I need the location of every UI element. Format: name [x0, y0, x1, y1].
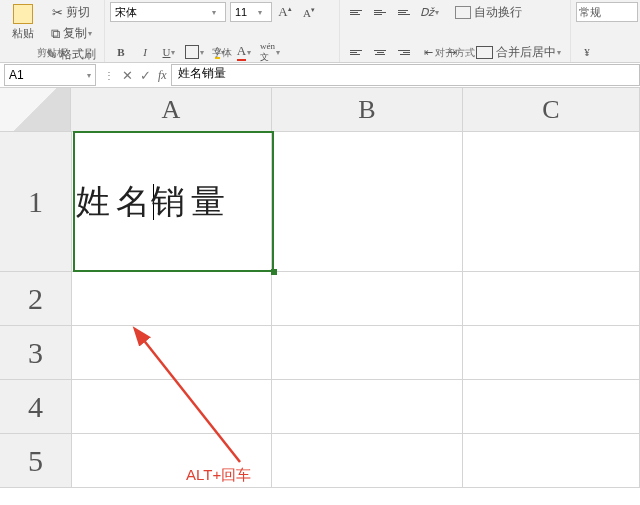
- chevron-down-icon: ▾: [435, 8, 439, 17]
- cell-A3[interactable]: [72, 326, 272, 380]
- cell-B2[interactable]: [272, 272, 463, 326]
- column-headers: A B C: [0, 88, 640, 132]
- cell-C4[interactable]: [463, 380, 640, 434]
- enter-button[interactable]: ✓: [136, 68, 154, 83]
- decrease-font-button[interactable]: A▾: [298, 2, 320, 22]
- check-icon: ✓: [140, 68, 151, 83]
- cell-C2[interactable]: [463, 272, 640, 326]
- decrease-font-icon: A▾: [303, 6, 315, 19]
- cell-A4[interactable]: [72, 380, 272, 434]
- group-font: ▾ ▾ A▴ A▾ B I U▾ ▾ ◊▾ A▾ wén文▾ 字体: [105, 0, 340, 62]
- orientation-button[interactable]: ǅ▾: [417, 2, 442, 22]
- formula-value: 姓名销量: [178, 66, 226, 80]
- align-bottom-button[interactable]: [393, 2, 415, 22]
- number-format-combo[interactable]: 常规: [576, 2, 638, 22]
- row-header-5[interactable]: 5: [0, 434, 72, 488]
- wrap-text-label: 自动换行: [474, 4, 522, 21]
- chevron-down-icon: ▾: [212, 8, 216, 17]
- column-header-A[interactable]: A: [71, 88, 272, 132]
- currency-button[interactable]: ¥: [576, 42, 598, 62]
- worksheet: A B C 1 姓名销量 2 3 4 5: [0, 88, 640, 505]
- separator-icon: ⋮: [100, 70, 118, 81]
- cut-button[interactable]: ✂ 剪切: [43, 2, 99, 22]
- group-align: ǅ▾ 自动换行 ⇤ ⇥ 合并后居中 ▾ 对齐方式: [340, 0, 571, 62]
- paste-label: 粘贴: [12, 26, 34, 41]
- row-header-4[interactable]: 4: [0, 380, 72, 434]
- cell-A1[interactable]: 姓名销量: [72, 132, 272, 272]
- paste-icon: [13, 4, 33, 24]
- name-box[interactable]: A1 ▾: [4, 64, 96, 86]
- increase-font-icon: A▴: [278, 4, 291, 20]
- group-clipboard: 粘贴 ✂ 剪切 ⧉ 复制 ▾ ✎ 格式刷 剪贴板: [0, 0, 105, 62]
- paste-button[interactable]: 粘贴: [5, 1, 41, 43]
- cell-C1[interactable]: [463, 132, 640, 272]
- column-header-C[interactable]: C: [463, 88, 640, 132]
- chevron-down-icon: ▾: [87, 71, 91, 80]
- currency-icon: ¥: [584, 46, 590, 58]
- align-top-icon: [350, 10, 362, 15]
- cell-B4[interactable]: [272, 380, 463, 434]
- cell-C5[interactable]: [463, 434, 640, 488]
- number-format-label: 常规: [579, 5, 635, 20]
- annotation-label: ALT+回车: [186, 466, 251, 485]
- cell-B1[interactable]: [272, 132, 463, 272]
- chevron-down-icon: ▾: [88, 29, 92, 38]
- wrap-text-button[interactable]: 自动换行: [452, 2, 525, 22]
- row-header-3[interactable]: 3: [0, 326, 72, 380]
- align-middle-button[interactable]: [369, 2, 391, 22]
- cell-A1-content: 姓名销量: [76, 179, 231, 225]
- cell-B5[interactable]: [272, 434, 463, 488]
- group-number: 常规 ¥: [571, 0, 640, 62]
- cut-label: 剪切: [66, 4, 90, 21]
- row-3: 3: [0, 326, 640, 380]
- cell-A2[interactable]: [72, 272, 272, 326]
- wrap-text-icon: [455, 6, 471, 19]
- formula-input[interactable]: 姓名销量: [171, 64, 640, 86]
- row-5: 5: [0, 434, 640, 488]
- orientation-icon: ǅ: [420, 6, 434, 19]
- ribbon: 粘贴 ✂ 剪切 ⧉ 复制 ▾ ✎ 格式刷 剪贴板: [0, 0, 640, 63]
- cancel-icon: ✕: [122, 68, 133, 83]
- align-middle-icon: [374, 10, 386, 15]
- row-header-1[interactable]: 1: [0, 132, 72, 272]
- column-header-B[interactable]: B: [272, 88, 463, 132]
- chevron-down-icon: ▾: [258, 8, 262, 17]
- font-size-input[interactable]: [233, 5, 257, 19]
- cancel-button[interactable]: ✕: [118, 68, 136, 83]
- row-4: 4: [0, 380, 640, 434]
- align-bottom-icon: [398, 10, 410, 15]
- cut-icon: ✂: [52, 6, 63, 19]
- fx-label[interactable]: fx: [154, 68, 171, 83]
- group-label-align: 对齐方式: [340, 46, 570, 60]
- align-top-button[interactable]: [345, 2, 367, 22]
- group-label-clipboard: 剪贴板: [0, 46, 104, 60]
- select-all-corner[interactable]: [0, 88, 71, 132]
- font-name-input[interactable]: [113, 5, 211, 19]
- row-1: 1 姓名销量: [0, 132, 640, 272]
- name-box-value: A1: [9, 68, 24, 82]
- formula-bar: A1 ▾ ⋮ ✕ ✓ fx 姓名销量: [0, 63, 640, 88]
- row-2: 2: [0, 272, 640, 326]
- font-size-combo[interactable]: ▾: [230, 2, 272, 22]
- cell-B3[interactable]: [272, 326, 463, 380]
- row-header-2[interactable]: 2: [0, 272, 72, 326]
- copy-button[interactable]: ⧉ 复制 ▾: [43, 23, 99, 43]
- copy-label: 复制: [63, 25, 87, 42]
- group-label-font: 字体: [105, 46, 339, 60]
- font-name-combo[interactable]: ▾: [110, 2, 226, 22]
- increase-font-button[interactable]: A▴: [274, 2, 296, 22]
- copy-icon: ⧉: [51, 27, 60, 40]
- cell-C3[interactable]: [463, 326, 640, 380]
